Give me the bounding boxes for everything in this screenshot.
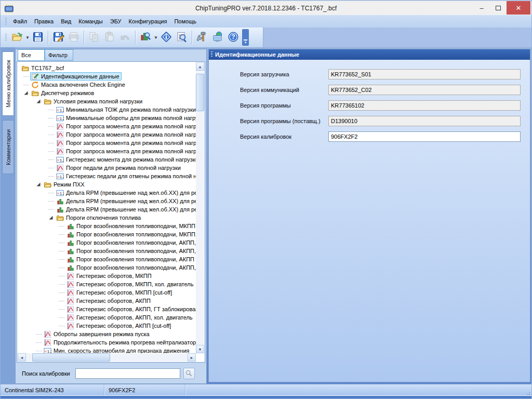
copy-button[interactable]: [86, 30, 102, 45]
tree-expand-icon[interactable]: [36, 99, 41, 104]
tree-item[interactable]: Пороги отключения топлива: [18, 214, 196, 222]
tree-item[interactable]: Диспетчер режимов: [18, 89, 196, 97]
tree-item[interactable]: Порог возобновления топливоподачи, АКПП,…: [18, 247, 196, 255]
paste-button[interactable]: [102, 30, 117, 45]
tree-item[interactable]: Продолжительность режима прогрева нейтра…: [18, 338, 196, 347]
online-button[interactable]: [210, 30, 225, 45]
menubar-grip[interactable]: [5, 18, 7, 25]
tree-item[interactable]: =1.2Гистерезис момента для режима полной…: [18, 155, 196, 164]
tree-item[interactable]: Порог запроса момента для режима полной …: [18, 122, 196, 130]
tree-item-label: TC1767_.bcf: [31, 65, 64, 71]
tree-item[interactable]: =1.2Гистерезис педали для отмены режима …: [18, 172, 196, 180]
tree-item[interactable]: Порог запроса момента для режима полной …: [18, 139, 196, 147]
tree-vertical-scrollbar[interactable]: ▲ ▼: [196, 62, 204, 353]
print-button[interactable]: [66, 30, 82, 45]
field-input[interactable]: [328, 69, 521, 79]
tree-item[interactable]: =1.2Мин. скорость автомобиля для признак…: [18, 347, 196, 353]
field-input[interactable]: [328, 85, 521, 95]
horizontal-scroll-thumb[interactable]: [32, 353, 110, 362]
scalar-icon: =1.2: [56, 189, 64, 197]
tree-item[interactable]: Порог педали для режима полной нагрузки: [18, 164, 196, 172]
search-button[interactable]: [183, 368, 195, 379]
tree-item[interactable]: Гистерезис оборотов, МКПП: [18, 272, 196, 280]
tree-item[interactable]: Порог возобновления топливоподачи, АКПП,…: [18, 238, 196, 247]
tree-item[interactable]: Порог возобновления топливоподачи, МКПП,…: [18, 230, 196, 238]
tree-horizontal-scrollbar[interactable]: ◄ ►: [18, 353, 196, 362]
copy-icon: [88, 31, 100, 44]
save-button[interactable]: [30, 30, 46, 45]
tree-item[interactable]: Гистерезис оборотов, АКПП, хол. двигател…: [18, 313, 196, 322]
tools-button[interactable]: [194, 30, 210, 45]
tree-item[interactable]: =1.2Минимальные обороты для режима полно…: [18, 114, 196, 122]
tree-item[interactable]: Порог возобновления топливоподачи, АКПП: [18, 255, 196, 263]
tree-item[interactable]: Гистерезис оборотов, МКПП, хол. двигател…: [18, 280, 196, 288]
tree-item[interactable]: =1.2Дельта RPM (превышение над жел.об.XX…: [18, 189, 196, 197]
hex-view-button[interactable]: 110101: [174, 30, 190, 45]
menu-item-file[interactable]: Файл: [9, 17, 31, 26]
menu-item-configuration[interactable]: Конфигурация: [125, 17, 171, 26]
tree-item[interactable]: Гистерезис оборотов, АКПП, ГТ заблокиров…: [18, 305, 196, 313]
help-button[interactable]: ?: [225, 30, 241, 45]
tree-item[interactable]: =1.2Минимальная ТОЖ для режима полной на…: [18, 105, 196, 114]
tree-item[interactable]: Гистерезис оборотов, МКПП [cut-off]: [18, 288, 196, 297]
tree-item-label: Гистерезис оборотов, АКПП, хол. двигател…: [76, 314, 193, 321]
menu-item-help[interactable]: Помощь: [170, 17, 200, 26]
open-button[interactable]: [9, 30, 25, 45]
tree-item[interactable]: Условия режима полной нагрузки: [18, 97, 196, 105]
undo-button[interactable]: [117, 30, 133, 45]
tree-item[interactable]: Идентификационные данные: [18, 72, 196, 81]
tab-filter[interactable]: Фильтр: [45, 49, 73, 61]
toolbar-overflow-button[interactable]: ▾: [242, 29, 249, 46]
tree-expand-icon[interactable]: [36, 182, 41, 187]
tree-expand-icon[interactable]: [48, 215, 54, 220]
field-input[interactable]: [328, 116, 521, 126]
tree-item[interactable]: TC1767_.bcf: [18, 64, 196, 72]
tree-expand-icon[interactable]: [23, 90, 29, 96]
save-as-button[interactable]: [50, 30, 66, 45]
tree-item[interactable]: Порог запроса момента для режима полной …: [18, 147, 196, 155]
curve-icon: [56, 164, 64, 172]
calibration-panel: Все Фильтр TC1767_.bcfИдентификационные …: [15, 49, 207, 384]
main-area: Меню калибровок Комментарии Все Фильтр T…: [1, 47, 531, 385]
tree-item-label: Гистерезис педали для отмены режима полн…: [66, 173, 196, 179]
scroll-right-icon[interactable]: ►: [188, 353, 196, 362]
folder-icon: [56, 214, 64, 222]
tree-item[interactable]: Порог возобновления топливоподачи, АКПП,…: [18, 263, 196, 272]
scroll-left-icon[interactable]: ◄: [18, 353, 26, 362]
minimize-button[interactable]: –: [473, 1, 490, 15]
search-row: Поиск калибровки: [16, 364, 206, 383]
tree-item[interactable]: Дельта RPM (превышение над жел.об.XX) дл…: [18, 205, 196, 214]
menu-item-ecu[interactable]: ЭБУ: [107, 17, 125, 26]
toolbar-grip[interactable]: [5, 34, 7, 41]
close-button[interactable]: ✕: [507, 1, 530, 15]
tree-item[interactable]: Гистерезис оборотов, АКПП [cut-off]: [18, 322, 196, 330]
info-button[interactable]: [158, 30, 174, 45]
tree-item[interactable]: Гистерезис оборотов, АКПП: [18, 297, 196, 305]
chart-view-button[interactable]: [138, 30, 153, 45]
menu-item-commands[interactable]: Команды: [75, 17, 107, 26]
curve-icon: [66, 272, 74, 280]
scroll-down-icon[interactable]: ▼: [196, 345, 204, 353]
tree-item[interactable]: Маска включения Check Engine: [18, 81, 196, 89]
tree-item[interactable]: Режим ПХХ: [18, 180, 196, 189]
menu-item-view[interactable]: Вид: [57, 17, 75, 26]
open-dropdown-icon[interactable]: ▼: [25, 30, 30, 45]
chart-view-dropdown-icon[interactable]: ▼: [153, 30, 158, 45]
calibration-search-input[interactable]: [75, 368, 180, 379]
tree-item[interactable]: Дельта RPM (превышение над жел.об.XX) дл…: [18, 197, 196, 205]
panel-header-grip[interactable]: [211, 51, 212, 58]
field-input[interactable]: [328, 131, 521, 142]
tab-all[interactable]: Все: [18, 49, 45, 61]
tree-item[interactable]: Порог запроса момента для режима полной …: [18, 130, 196, 139]
side-tab-calibration-menu[interactable]: Меню калибровок: [2, 51, 14, 116]
maximize-button[interactable]: [490, 1, 507, 15]
scroll-up-icon[interactable]: ▲: [196, 62, 204, 71]
tree-item[interactable]: Порог возобновления топливоподачи, МКПП: [18, 222, 196, 230]
tree-item-content: Порог педали для режима полной нагрузки: [55, 164, 183, 172]
tree-item[interactable]: Обороты завершения режима пуска: [18, 330, 196, 338]
side-tab-comments[interactable]: Комментарии: [2, 120, 14, 174]
menu-item-edit[interactable]: Правка: [31, 17, 57, 26]
vertical-scroll-thumb[interactable]: [196, 74, 204, 111]
field-input[interactable]: [328, 100, 521, 111]
menu-bar: ФайлПравкаВидКомандыЭБУКонфигурацияПомощ…: [1, 15, 531, 28]
